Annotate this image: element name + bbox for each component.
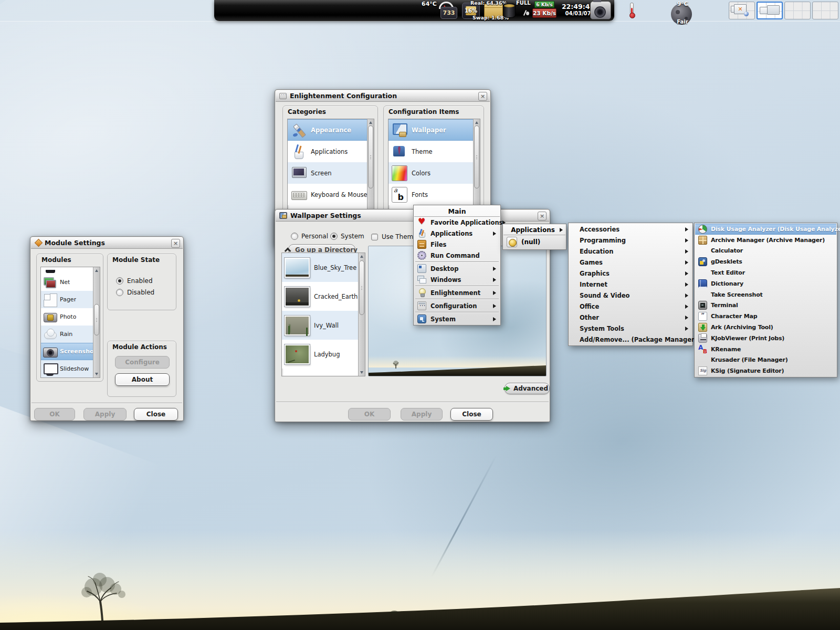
- disabled-radio[interactable]: [116, 289, 123, 296]
- advanced-button[interactable]: Advanced: [505, 383, 550, 394]
- dock-icon[interactable]: [257, 2, 274, 19]
- config-item[interactable]: Theme: [388, 141, 473, 162]
- use-theme-checkbox[interactable]: [371, 234, 378, 240]
- wallpaper-list-item[interactable]: Ivy_Wall: [282, 311, 358, 340]
- category-list-item[interactable]: Applications: [288, 141, 367, 162]
- menu-item[interactable]: Text Editor: [695, 267, 836, 278]
- menu-item[interactable]: Dictionary: [695, 278, 836, 289]
- taskbar-icon[interactable]: [2, 2, 20, 20]
- apply-button[interactable]: Apply: [83, 408, 127, 421]
- menu-item[interactable]: Sound & Video: [569, 290, 692, 301]
- menu-item[interactable]: Krusader (File Manager): [695, 355, 836, 366]
- personal-radio[interactable]: [291, 233, 298, 240]
- menu-item[interactable]: Programming: [569, 235, 692, 246]
- pager-desktop-2-active[interactable]: [757, 2, 783, 19]
- close-button[interactable]: ×: [478, 92, 487, 101]
- taskbar-icon[interactable]: [43, 2, 61, 20]
- menu-item[interactable]: Disk Usage Analyzer (Disk Usage Analyzer…: [695, 224, 836, 235]
- menu-item[interactable]: Education: [569, 246, 692, 257]
- ok-button[interactable]: OK: [348, 408, 391, 421]
- menu-item[interactable]: Calculator: [695, 246, 836, 257]
- category-list-item[interactable]: Keyboard & Mouse: [288, 184, 367, 205]
- category-list-item[interactable]: Appearance: [288, 119, 367, 141]
- wallpaper-list-item[interactable]: Blue_Sky_Tree: [282, 253, 358, 282]
- menu-item[interactable]: Other: [569, 312, 692, 323]
- pager-desktop-4[interactable]: [812, 2, 838, 19]
- pager-desktop-1[interactable]: ✕: [729, 2, 755, 19]
- menu-item[interactable]: Ark (Archiving Tool): [695, 322, 836, 333]
- scrollbar-thumb[interactable]: [368, 125, 373, 188]
- menu-item[interactable]: Character Map: [695, 311, 836, 322]
- partially-scrolled-item[interactable]: [41, 267, 93, 274]
- apply-button[interactable]: Apply: [401, 408, 443, 421]
- menu-item[interactable]: Windows: [414, 274, 500, 285]
- menu-item[interactable]: Internet: [569, 279, 692, 290]
- about-button[interactable]: About: [115, 373, 170, 386]
- scrollbar-thumb[interactable]: [359, 260, 364, 315]
- menu-item[interactable]: Files: [414, 239, 500, 250]
- menu-item[interactable]: KRename: [695, 344, 836, 355]
- menu-item[interactable]: System: [414, 313, 500, 324]
- configure-button[interactable]: Configure: [115, 356, 170, 369]
- config-item[interactable]: Wallpaper: [388, 119, 473, 141]
- taskbar-icon[interactable]: [165, 2, 184, 20]
- scrollbar-thumb[interactable]: [474, 125, 479, 188]
- dock-icon[interactable]: [315, 2, 332, 19]
- titlebar[interactable]: Module Settings ×: [31, 237, 183, 249]
- menu-item[interactable]: Configuration: [414, 300, 500, 311]
- dock-icon[interactable]: [373, 2, 390, 19]
- menu-item[interactable]: gDesklets: [695, 256, 836, 267]
- dock-icon[interactable]: [276, 2, 293, 19]
- close-button[interactable]: ×: [171, 239, 180, 248]
- module-list-item[interactable]: Net: [41, 274, 93, 291]
- menu-item[interactable]: Games: [569, 257, 692, 268]
- scrollbar-thumb[interactable]: [94, 304, 99, 335]
- menu-item[interactable]: KSig (Signature Editor): [695, 365, 836, 376]
- menu-item[interactable]: Graphics: [569, 268, 692, 279]
- dock-icon[interactable]: [296, 2, 312, 19]
- module-list-item[interactable]: Slideshow: [41, 360, 93, 377]
- menu-item[interactable]: KJobViewer (Print Jobs): [695, 333, 836, 344]
- camera-icon[interactable]: [590, 1, 611, 19]
- taskbar-icon[interactable]: [104, 2, 123, 20]
- wallpaper-list-item[interactable]: Cracked_Earth: [282, 282, 358, 311]
- menu-item[interactable]: Take Screenshot: [695, 289, 836, 300]
- menu-item[interactable]: (null): [503, 235, 565, 249]
- titlebar[interactable]: Wallpaper Settings ×: [276, 210, 549, 222]
- menu-item[interactable]: Add/Remove... (Package Manager): [569, 334, 692, 345]
- menu-item[interactable]: Desktop: [414, 263, 500, 274]
- taskbar-icon[interactable]: [186, 2, 205, 20]
- pager-desktop-3[interactable]: [784, 2, 811, 19]
- module-list-item[interactable]: Screenshot: [41, 343, 93, 360]
- dock-icon[interactable]: [237, 2, 254, 19]
- wallpaper-list-item[interactable]: Ladybug: [282, 340, 358, 369]
- module-list-item[interactable]: Pager: [41, 291, 93, 308]
- taskbar-icon[interactable]: [124, 2, 143, 20]
- config-item[interactable]: Colors: [388, 162, 473, 184]
- dock-icon[interactable]: [334, 2, 351, 19]
- module-list-item[interactable]: Photo: [41, 308, 93, 326]
- menu-item[interactable]: Favorite Applications: [414, 217, 500, 228]
- menu-item[interactable]: Accessories: [569, 224, 692, 235]
- taskbar-icon[interactable]: [145, 2, 164, 20]
- menu-item[interactable]: Archive Manager (Archive Manager): [695, 235, 836, 246]
- titlebar[interactable]: Enlightenment Configuration ×: [276, 90, 490, 102]
- close-button[interactable]: Close: [450, 408, 493, 421]
- menu-item[interactable]: System Tools: [569, 323, 692, 334]
- category-list-item[interactable]: Screen: [288, 162, 367, 184]
- menu-item[interactable]: Office: [569, 301, 692, 312]
- taskbar-icon[interactable]: [63, 2, 82, 20]
- close-button[interactable]: ×: [538, 212, 547, 220]
- close-button[interactable]: Close: [134, 408, 178, 421]
- scrollbar[interactable]: [358, 253, 365, 376]
- enabled-radio[interactable]: [116, 277, 123, 285]
- menu-item[interactable]: Enlightenment: [414, 287, 500, 298]
- menu-item[interactable]: Terminal: [695, 300, 836, 311]
- system-radio[interactable]: [330, 233, 338, 240]
- ok-button[interactable]: OK: [34, 408, 75, 421]
- menu-item[interactable]: Applications: [414, 228, 500, 239]
- dock-icon[interactable]: [354, 2, 371, 19]
- menu-item[interactable]: Run Command: [414, 250, 500, 261]
- dock-icon[interactable]: [218, 2, 235, 19]
- taskbar-icon[interactable]: [83, 2, 102, 20]
